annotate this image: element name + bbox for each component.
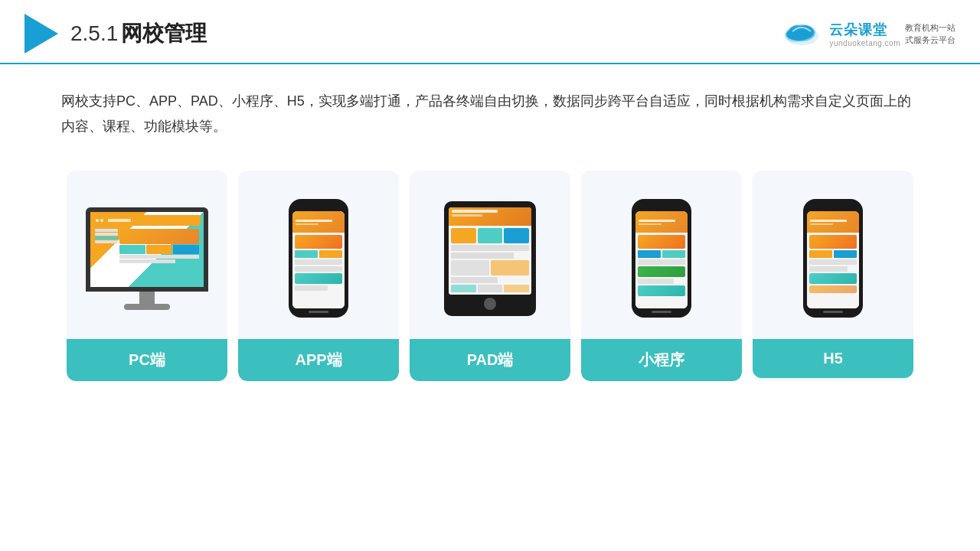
- card-miniprogram-image: [581, 171, 742, 339]
- miniprogram-screen: [635, 211, 688, 308]
- card-h5-label: H5: [753, 339, 913, 378]
- description-text: 网校支持PC、APP、PAD、小程序、H5，实现多端打通，产品各终端自由切换，数…: [0, 64, 980, 155]
- brand-tagline-line2: 式服务云平台: [905, 34, 956, 47]
- cloud-icon: [782, 21, 822, 47]
- h5-notch: [822, 205, 844, 210]
- monitor-content: [90, 212, 204, 287]
- brand-text-area: 云朵课堂 yunduoketang.com: [829, 21, 900, 47]
- tablet-card-3: [504, 228, 529, 243]
- tablet-illustration: [444, 201, 536, 316]
- card-app: APP端: [238, 171, 399, 381]
- card-miniprogram-label: 小程序: [581, 339, 742, 381]
- page-title: 2.5.1网校管理: [70, 19, 207, 48]
- app-phone-notch: [307, 205, 330, 210]
- miniprogram-row2: [638, 279, 674, 284]
- tablet-card-2: [478, 228, 503, 243]
- h5-phone: [803, 199, 863, 318]
- app-phone-home: [309, 311, 328, 313]
- h5-screen: [807, 211, 859, 308]
- tablet-row2: [451, 253, 514, 259]
- header: 2.5.1网校管理 云朵课堂 yunduoketang.com 教育机构一站: [0, 0, 980, 64]
- logo-triangle-icon: [24, 14, 58, 54]
- card-pad-image: [410, 171, 570, 339]
- card-pad-label: PAD端: [410, 339, 570, 381]
- miniprogram-header: [635, 211, 688, 233]
- tablet-cards-row1: [451, 228, 529, 243]
- app-phone-illustration: [289, 199, 348, 318]
- monitor-screen: [86, 207, 208, 292]
- miniprogram-phone: [632, 199, 691, 318]
- h5-header-line1: [810, 220, 847, 222]
- h5-row1: [809, 259, 857, 265]
- tablet-card-5: [491, 260, 529, 276]
- brand-url: yunduoketang.com: [829, 39, 900, 47]
- miniprogram-card-orange: [638, 235, 685, 249]
- h5-body: [807, 233, 859, 308]
- tablet-row3: [451, 277, 498, 283]
- brand-logo: 云朵课堂 yunduoketang.com 教育机构一站 式服务云平台: [782, 21, 956, 47]
- h5-card-orange: [809, 235, 857, 249]
- card-pc-image: [67, 171, 227, 339]
- tablet-card-4: [451, 260, 489, 276]
- app-phone-header: [292, 211, 345, 233]
- card-app-image: [238, 171, 399, 339]
- title-text: 网校管理: [121, 21, 207, 45]
- app-card-orange: [295, 235, 342, 249]
- app-header-line2: [296, 223, 318, 225]
- tablet-home-btn: [484, 298, 496, 310]
- card-app-label: APP端: [238, 339, 399, 381]
- h5-header: [807, 211, 859, 233]
- tablet-cards-row2: [451, 260, 529, 276]
- svg-point-5: [786, 28, 811, 41]
- monitor-neck: [139, 292, 155, 304]
- app-row1: [295, 259, 342, 265]
- tablet-card-1: [451, 228, 476, 243]
- app-header-line1: [296, 220, 332, 222]
- app-row3: [295, 285, 328, 291]
- brand-tagline-line1: 教育机构一站: [905, 21, 956, 34]
- cards-section: PC端: [0, 155, 980, 404]
- section-number: 2.5.1: [70, 21, 118, 45]
- miniprogram-row1: [638, 259, 685, 265]
- h5-home: [823, 311, 843, 313]
- miniprogram-body: [635, 233, 688, 308]
- card-miniprogram: 小程序: [581, 171, 742, 381]
- tablet-screen: [449, 207, 531, 295]
- miniprogram-green-card: [638, 266, 685, 277]
- h5-row2: [809, 266, 848, 272]
- card-pc: PC端: [67, 171, 227, 381]
- tablet-screen-body: [449, 226, 531, 295]
- miniprogram-header-line2: [639, 223, 662, 225]
- card-pad: PAD端: [410, 171, 570, 381]
- monitor-illustration: [86, 207, 208, 310]
- miniprogram-notch: [650, 205, 673, 210]
- h5-orange-bar: [809, 285, 857, 293]
- h5-header-line2: [810, 223, 833, 225]
- miniprogram-home: [652, 311, 671, 313]
- brand-tagline: 教育机构一站 式服务云平台: [905, 21, 956, 47]
- h5-teal-card: [809, 273, 857, 284]
- tablet-row1: [451, 245, 529, 251]
- app-card-teal: [295, 273, 342, 284]
- brand-name: 云朵课堂: [829, 21, 887, 39]
- brand-icon-area: 云朵课堂 yunduoketang.com 教育机构一站 式服务云平台: [782, 21, 956, 47]
- miniprogram-header-line1: [639, 220, 675, 222]
- card-h5: H5: [753, 171, 913, 381]
- tablet-body: [444, 201, 536, 316]
- miniprogram-teal-card: [638, 285, 685, 296]
- app-phone-body: [292, 233, 345, 308]
- card-pc-label: PC端: [67, 339, 227, 381]
- monitor-stand: [124, 304, 170, 310]
- card-h5-image: [753, 171, 913, 339]
- app-phone-screen: [292, 211, 345, 308]
- app-row2: [295, 266, 342, 272]
- tablet-screen-header: [449, 207, 531, 226]
- header-left: 2.5.1网校管理: [24, 14, 207, 54]
